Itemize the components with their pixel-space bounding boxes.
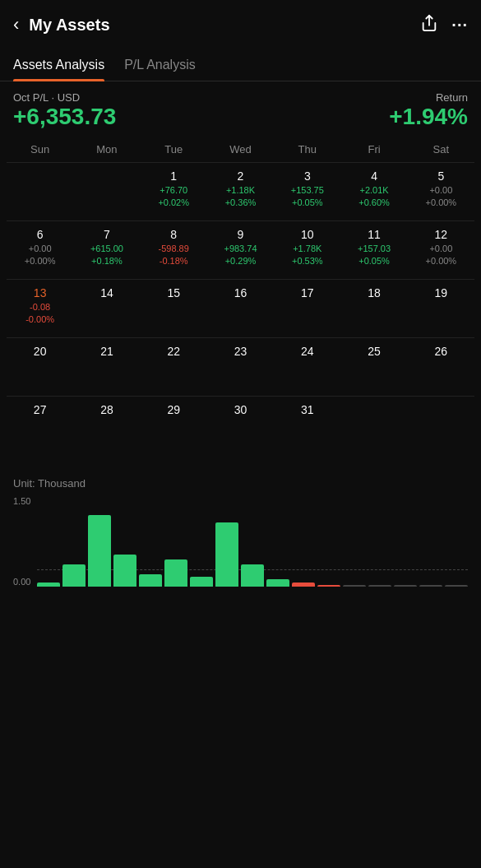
cell-day-number: 22: [167, 345, 180, 358]
cell-percent: +0.00%: [426, 255, 457, 267]
chart-y-bottom: 0.00: [13, 577, 30, 587]
tab-pl-analysis[interactable]: P/L Analysis: [124, 49, 196, 81]
cell-day-number: 7: [104, 228, 110, 241]
cell-day-number: 20: [34, 345, 47, 358]
cell-percent: -0.00%: [25, 313, 54, 326]
back-button[interactable]: ‹: [13, 14, 19, 35]
calendar-cell: 6+0.00+0.00%: [7, 221, 73, 279]
calendar-week: 2728293031: [7, 396, 474, 454]
cell-day-number: 15: [167, 286, 180, 299]
tab-bar: Assets Analysis P/L Analysis: [0, 49, 481, 81]
header-actions: ···: [420, 14, 468, 36]
cell-percent: +0.00%: [25, 255, 56, 267]
cell-day-number: 5: [437, 169, 444, 183]
cell-day-number: 1: [170, 169, 177, 183]
page-title: My Assets: [29, 16, 420, 35]
cell-day-number: 3: [304, 169, 311, 183]
calendar-cell: 29: [141, 397, 207, 454]
calendar-cell: 14: [73, 280, 140, 337]
return-section: Return +1.94%: [389, 91, 468, 130]
chart-y-top: 1.50: [13, 496, 30, 506]
cell-day-number: 11: [368, 228, 381, 241]
calendar: SunMonTueWedThuFriSat 1+76.70+0.02%2+1.1…: [0, 137, 481, 457]
cell-amount: +76.70: [160, 184, 187, 197]
more-icon[interactable]: ···: [451, 16, 468, 35]
cell-day-number: 21: [100, 345, 113, 358]
day-name: Sat: [408, 140, 474, 159]
cell-day-number: 17: [301, 286, 314, 299]
cell-day-number: 16: [234, 286, 247, 299]
calendar-cell: 15: [141, 280, 207, 337]
chart-unit-label: Unit: Thousand: [13, 477, 468, 490]
chart-bar: [317, 585, 340, 587]
cell-percent: +0.18%: [91, 255, 123, 267]
cell-day-number: 9: [238, 228, 244, 241]
cell-amount: +0.00: [29, 243, 52, 255]
calendar-cell: 4+2.01K+0.60%: [340, 163, 407, 220]
cell-amount: -0.08: [30, 301, 50, 313]
share-icon[interactable]: [420, 14, 438, 36]
cell-percent: +0.02%: [158, 197, 189, 209]
cell-day-number: 26: [435, 345, 448, 358]
calendar-cell: 26: [408, 338, 474, 396]
cell-day-number: 18: [368, 286, 381, 299]
cell-percent: +0.53%: [292, 255, 323, 267]
chart-bar: [190, 577, 213, 587]
calendar-cell: 27: [7, 397, 73, 454]
chart-y-axis: 1.50 0.00: [13, 496, 30, 587]
chart-bar: [139, 574, 162, 587]
cell-amount: +0.00: [429, 184, 452, 197]
chart-bar: [445, 585, 468, 587]
chart-bar: [419, 585, 442, 587]
calendar-cell: 19: [408, 280, 474, 337]
header: ‹ My Assets ···: [0, 0, 481, 49]
calendar-week: 13-0.08-0.00%141516171819: [7, 279, 474, 337]
day-name: Thu: [274, 140, 340, 159]
calendar-cell: 2+1.18K+0.36%: [207, 163, 274, 220]
period-value: +6,353.73: [13, 104, 116, 130]
calendar-cell: 16: [207, 280, 274, 337]
chart-bar: [215, 522, 238, 587]
chart-bar: [266, 579, 289, 587]
calendar-cell: 31: [274, 397, 340, 454]
cell-amount: -598.89: [159, 243, 189, 255]
cell-amount: +157.03: [358, 243, 391, 255]
calendar-cell: 24: [274, 338, 340, 396]
calendar-cell: 22: [141, 338, 207, 396]
calendar-week: 6+0.00+0.00%7+615.00+0.18%8-598.89-0.18%…: [7, 220, 474, 279]
calendar-cell: 10+1.78K+0.53%: [274, 221, 340, 279]
calendar-cell: [408, 397, 474, 454]
cell-day-number: 28: [100, 403, 113, 416]
chart-bar: [241, 564, 264, 587]
cell-day-number: 14: [100, 286, 113, 299]
tab-assets-analysis[interactable]: Assets Analysis: [13, 49, 104, 81]
chart-bar: [292, 583, 315, 587]
cell-day-number: 10: [301, 228, 314, 241]
cell-amount: +2.01K: [359, 184, 388, 197]
chart-bar: [368, 585, 391, 587]
day-name: Fri: [340, 140, 407, 159]
calendar-cell: 30: [207, 397, 274, 454]
chart-bar: [343, 585, 366, 587]
chart-bars: [37, 496, 468, 587]
day-name: Mon: [73, 140, 140, 159]
calendar-cell: 12+0.00+0.00%: [408, 221, 474, 279]
return-value: +1.94%: [389, 104, 468, 130]
cell-amount: +153.75: [291, 184, 324, 197]
chart-bar: [394, 585, 417, 587]
calendar-grid: 1+76.70+0.02%2+1.18K+0.36%3+153.75+0.05%…: [7, 162, 474, 454]
chart-bar: [37, 583, 60, 587]
calendar-cell: 8-598.89-0.18%: [141, 221, 207, 279]
day-name: Tue: [141, 140, 207, 159]
cell-day-number: 12: [435, 228, 448, 241]
cell-percent: +0.60%: [358, 197, 390, 209]
cell-percent: +0.05%: [292, 197, 323, 209]
cell-percent: -0.18%: [160, 255, 188, 267]
period-pl: Oct P/L · USD +6,353.73: [13, 91, 116, 130]
calendar-week: 1+76.70+0.02%2+1.18K+0.36%3+153.75+0.05%…: [7, 162, 474, 220]
cell-day-number: 6: [37, 228, 44, 241]
cell-percent: +0.29%: [225, 255, 257, 267]
chart-bar: [62, 564, 86, 587]
calendar-cell: [340, 397, 407, 454]
cell-day-number: 25: [368, 345, 381, 358]
